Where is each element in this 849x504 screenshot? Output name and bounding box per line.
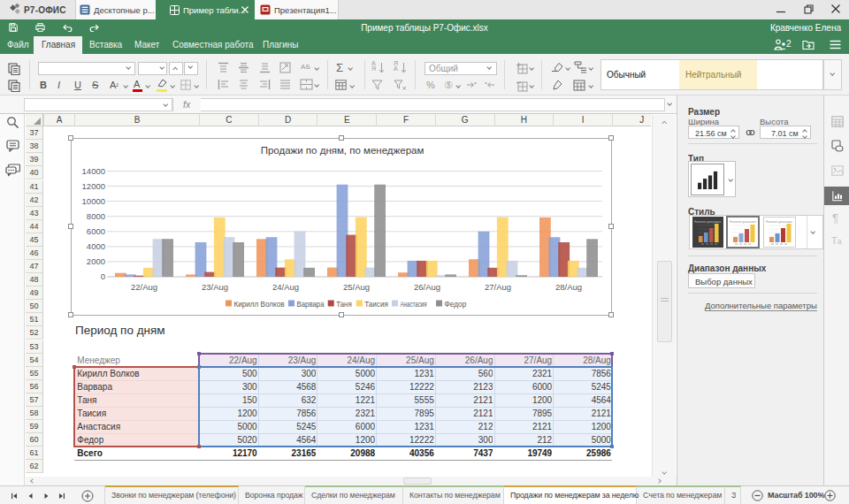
svg-text:Кирилл Волков: Кирилл Волков xyxy=(234,300,285,309)
svg-text:Таня: Таня xyxy=(336,300,352,309)
svg-text:10000: 10000 xyxy=(82,196,105,206)
svg-text:6000: 6000 xyxy=(87,226,105,236)
svg-text:27/Aug: 27/Aug xyxy=(485,282,511,292)
svg-text:4000: 4000 xyxy=(87,241,105,251)
svg-text:Название диаграммы: Название диаграммы xyxy=(694,220,721,224)
svg-text:28/Aug: 28/Aug xyxy=(555,282,582,292)
svg-text:23/Aug: 23/Aug xyxy=(202,282,228,292)
svg-text:Название диаграммы: Название диаграммы xyxy=(766,220,792,224)
svg-text:Анастасия: Анастасия xyxy=(401,300,427,309)
svg-text:Название диаграммы: Название диаграммы xyxy=(730,220,756,224)
svg-text:26/Aug: 26/Aug xyxy=(414,282,440,292)
svg-text:8000: 8000 xyxy=(87,211,105,221)
svg-text:12000: 12000 xyxy=(82,181,105,191)
svg-text:22/Aug: 22/Aug xyxy=(131,282,157,292)
svg-text:Федор: Федор xyxy=(445,300,467,309)
svg-text:Таисия: Таисия xyxy=(364,300,388,309)
svg-text:Продажи по дням, по менеджерам: Продажи по дням, по менеджерам xyxy=(261,145,424,156)
svg-text:24/Aug: 24/Aug xyxy=(272,282,299,292)
svg-text:Варвара: Варвара xyxy=(297,300,325,309)
svg-text:2000: 2000 xyxy=(87,256,105,266)
svg-text:25/Aug: 25/Aug xyxy=(343,282,370,292)
svg-text:14000: 14000 xyxy=(82,166,105,176)
svg-text:0: 0 xyxy=(101,271,105,281)
